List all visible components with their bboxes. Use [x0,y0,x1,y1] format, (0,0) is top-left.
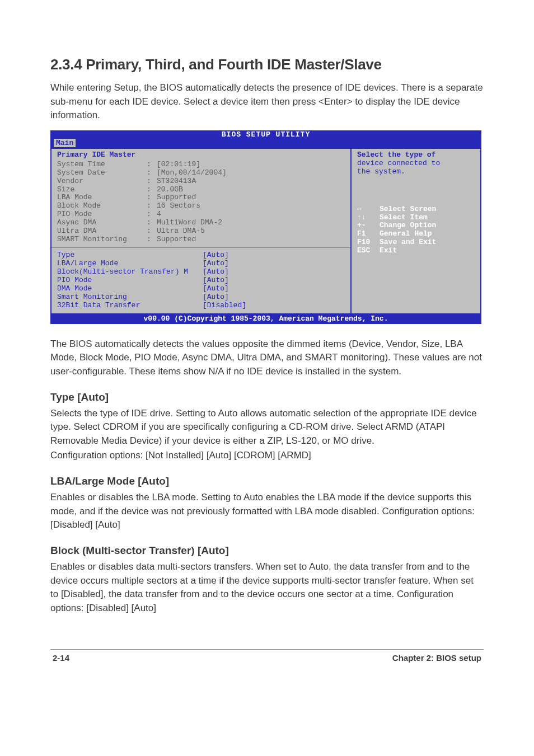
bios-copyright: v00.00 (C)Copyright 1985-2003, American … [50,314,481,324]
kv-label: System Date [57,169,147,177]
opt-label[interactable]: Block(Multi-sector Transfer) M [57,268,203,276]
kv-value: 16 Sectors [157,202,200,210]
opt-label[interactable]: 32Bit Data Transfer [57,302,203,310]
kv-label: System Time [57,161,147,169]
bios-nav-keys: ↔Select Screen ↑↓Select Item +-Change Op… [357,205,475,256]
opt-value[interactable]: [Auto] [203,251,229,260]
kv-label: LBA Mode [57,194,147,202]
opt-value[interactable]: [Auto] [203,260,229,268]
kv-label: Size [57,186,147,194]
kv-label: Block Mode [57,202,147,210]
kv-value: [02:01:19] [157,161,200,169]
kv-label: SMART Monitoring [57,236,147,244]
kv-label: Ultra DMA [57,227,147,236]
lba-paragraph: Enables or disables the LBA mode. Settin… [50,491,484,532]
bios-panel-title: Primary IDE Master [57,151,345,159]
kv-value: ST320413A [157,177,196,186]
opt-label[interactable]: LBA/Large Mode [57,260,203,268]
bios-tab-main[interactable]: Main [54,139,76,147]
block-heading: Block (Multi-sector Transfer) [Auto] [50,544,484,557]
opt-value[interactable]: [Auto] [203,276,229,285]
type-paragraph-1: Selects the type of IDE drive. Setting t… [50,407,484,448]
bios-help-text: Select the type of device connected to t… [357,151,475,176]
opt-value[interactable]: [Disabled] [203,302,246,310]
kv-value: Supported [157,236,196,244]
bios-detected-block: System Time: [02:01:19] System Date: [Mo… [57,161,345,244]
bios-tab-bar: Main [50,139,481,149]
opt-label[interactable]: Smart Monitoring [57,293,203,302]
opt-label[interactable]: Type [57,251,203,260]
opt-value[interactable]: [Auto] [203,268,229,276]
opt-label[interactable]: PIO Mode [57,276,203,285]
opt-value[interactable]: [Auto] [203,293,229,302]
chapter-label: Chapter 2: BIOS setup [392,653,481,663]
footer-divider [50,649,484,650]
block-paragraph: Enables or disables data multi-sectors t… [50,560,484,616]
kv-value: MultiWord DMA-2 [157,219,222,227]
kv-label: Vendor [57,177,147,186]
kv-value: Supported [157,194,196,202]
kv-value: [Mon,08/14/2004] [157,169,227,177]
kv-label: Async DMA [57,219,147,227]
intro-paragraph: While entering Setup, the BIOS automatic… [50,81,484,123]
opt-value[interactable]: [Auto] [203,285,229,293]
lba-heading: LBA/Large Mode [Auto] [50,475,484,487]
kv-value: Ultra DMA-5 [157,227,205,236]
opt-label[interactable]: DMA Mode [57,285,203,293]
type-heading: Type [Auto] [50,391,484,403]
bios-title: BIOS SETUP UTILITY [50,130,481,139]
after-bios-paragraph: The BIOS automatically detects the value… [50,337,484,379]
bios-options-block: Type[Auto] LBA/Large Mode[Auto] Block(Mu… [57,251,345,310]
section-heading: 2.3.4 Primary, Third, and Fourth IDE Mas… [50,56,484,73]
page-number: 2-14 [53,653,69,663]
kv-value: 20.0GB [157,186,183,194]
kv-label: PIO Mode [57,210,147,219]
kv-value: 4 [157,210,161,219]
type-paragraph-2: Configuration options: [Not Installed] [… [50,449,484,463]
bios-screenshot: BIOS SETUP UTILITY Main Primary IDE Mast… [50,130,481,324]
